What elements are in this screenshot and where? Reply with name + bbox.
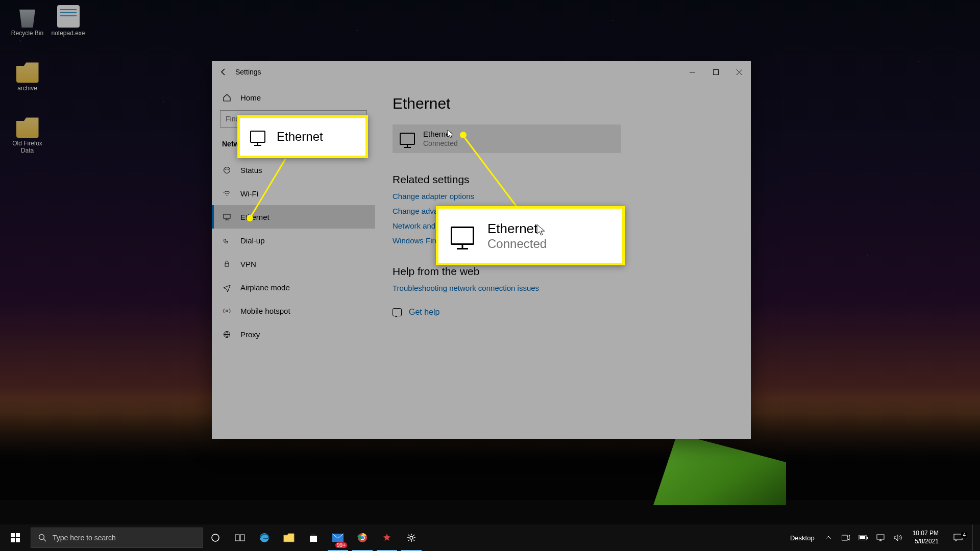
svg-rect-21 (867, 537, 868, 539)
sidebar-item-hotspot[interactable]: Mobile hotspot (212, 299, 375, 322)
svg-rect-2 (224, 214, 230, 218)
ethernet-icon (222, 212, 231, 221)
sidebar-item-label: Mobile hotspot (240, 307, 290, 315)
taskbar-app-generic[interactable] (375, 524, 399, 551)
taskbar-app-edge[interactable] (252, 524, 277, 551)
svg-rect-12 (235, 535, 239, 541)
chat-bubble-icon (393, 308, 402, 316)
ethernet-connection-card[interactable]: Ethernet Connected (393, 124, 621, 153)
folder-icon (16, 115, 39, 138)
callout-ethernet-sidebar: Ethernet (237, 115, 368, 158)
sidebar-item-dialup[interactable]: Dial-up (212, 229, 375, 252)
taskbar-app-settings[interactable] (399, 524, 424, 551)
show-desktop-button[interactable] (972, 524, 976, 551)
taskbar-app-store[interactable] (301, 524, 326, 551)
tray-desktop-label[interactable]: Desktop (786, 524, 819, 551)
sidebar-item-label: Wi-Fi (240, 189, 258, 198)
svg-rect-8 (11, 538, 15, 542)
svg-rect-0 (713, 69, 718, 74)
sidebar-item-label: Status (240, 166, 262, 174)
help-from-web-heading: Help from the web (393, 265, 733, 278)
taskbar-app-mail[interactable]: 99+ (326, 524, 350, 551)
svg-point-4 (226, 310, 228, 312)
desktop-icon-label: archive (8, 85, 46, 92)
dialup-icon (222, 236, 231, 245)
svg-rect-19 (842, 535, 847, 540)
tray-overflow[interactable] (821, 524, 836, 551)
folder-icon (16, 60, 39, 83)
cortana-icon (211, 533, 220, 542)
desktop-icon-old-firefox-data[interactable]: Old Firefox Data (8, 115, 46, 154)
tray-clock[interactable]: 10:07 PM 5/8/2021 (908, 530, 944, 545)
tray-volume[interactable] (890, 524, 905, 551)
sidebar-item-wifi[interactable]: Wi-Fi (212, 182, 375, 205)
desktop-icon-label: Old Firefox Data (8, 140, 46, 154)
notepad-icon (57, 5, 80, 28)
tray-network[interactable] (873, 524, 888, 551)
sidebar-item-proxy[interactable]: Proxy (212, 322, 375, 346)
taskview-icon (235, 534, 245, 542)
tray-battery[interactable] (855, 524, 871, 551)
desktop-icon-recycle-bin[interactable]: Recycle Bin (8, 5, 46, 37)
clock-date: 5/8/2021 (915, 538, 939, 546)
gear-icon (406, 533, 416, 543)
close-icon (737, 69, 742, 75)
svg-rect-23 (877, 535, 884, 539)
vpn-icon (222, 259, 231, 268)
desktop-icon-label: notepad.exe (49, 30, 87, 37)
taskbar-app-explorer[interactable] (277, 524, 301, 551)
cursor-icon (536, 224, 546, 236)
taskbar-search-placeholder: Type here to search (53, 534, 116, 542)
desktop-icon-notepad[interactable]: notepad.exe (49, 5, 87, 37)
sidebar-item-label: Proxy (240, 330, 260, 339)
sidebar-item-label: Dial-up (240, 236, 265, 245)
hotspot-icon (222, 306, 231, 315)
airplane-icon (222, 283, 231, 292)
window-maximize-button[interactable] (704, 61, 727, 83)
sidebar-item-airplane[interactable]: Airplane mode (212, 276, 375, 299)
related-settings-heading: Related settings (393, 173, 733, 186)
sidebar-home-label: Home (240, 93, 261, 102)
sidebar-home[interactable]: Home (212, 86, 375, 109)
sidebar-item-vpn[interactable]: VPN (212, 252, 375, 276)
window-title: Settings (235, 68, 261, 76)
taskbar-app-chrome[interactable] (350, 524, 375, 551)
link-troubleshooting-network[interactable]: Troubleshooting network connection issue… (393, 284, 733, 292)
speaker-icon (894, 534, 902, 541)
desktop-icon-archive[interactable]: archive (8, 60, 46, 92)
tray-meet-now[interactable] (838, 524, 853, 551)
callout-label: Ethernet (277, 130, 323, 144)
mail-badge: 99+ (335, 542, 347, 548)
sidebar-item-label: VPN (240, 260, 256, 268)
file-explorer-icon (283, 533, 295, 542)
tray-action-center[interactable]: 4 (946, 534, 970, 542)
sidebar-item-status[interactable]: Status (212, 158, 375, 182)
notification-badge: 4 (961, 532, 967, 538)
desktop-icon-label: Recycle Bin (8, 30, 46, 37)
camera-icon (842, 535, 850, 541)
taskbar-taskview[interactable] (228, 524, 252, 551)
search-icon (38, 534, 46, 542)
clock-time: 10:07 PM (913, 530, 939, 538)
back-button[interactable] (212, 61, 235, 83)
battery-icon (859, 535, 868, 540)
window-minimize-button[interactable] (680, 61, 704, 83)
window-titlebar[interactable]: Settings (212, 61, 751, 83)
edge-icon (259, 532, 270, 543)
svg-point-18 (410, 536, 413, 539)
taskbar-search[interactable]: Type here to search (31, 528, 203, 548)
proxy-icon (222, 330, 231, 339)
get-help-row[interactable]: Get help (393, 308, 733, 317)
get-help-label: Get help (409, 308, 439, 317)
callout-ethernet-card: Ethernet Connected (436, 206, 625, 265)
svg-rect-6 (11, 533, 15, 537)
chevron-up-icon (826, 536, 831, 539)
sidebar-item-ethernet[interactable]: Ethernet (212, 205, 375, 229)
ethernet-icon (400, 133, 415, 145)
taskbar-cortana[interactable] (203, 524, 228, 551)
start-button[interactable] (0, 524, 31, 551)
window-close-button[interactable] (727, 61, 751, 83)
windows-logo-icon (11, 533, 20, 542)
svg-rect-3 (225, 263, 229, 266)
link-change-adapter-options[interactable]: Change adapter options (393, 192, 733, 201)
